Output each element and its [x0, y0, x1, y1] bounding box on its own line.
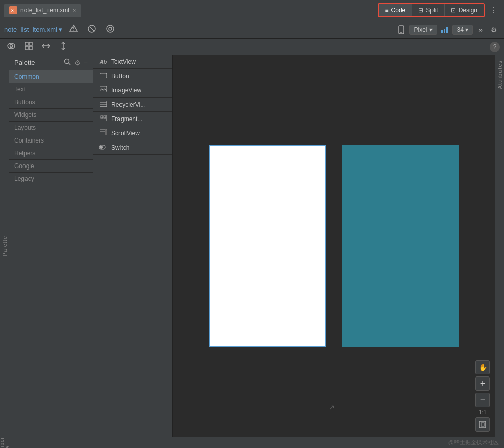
sidebar-item-google-label: Google [14, 162, 34, 170]
fit-screen-button[interactable] [475, 417, 490, 432]
sidebar-item-containers[interactable]: Containers [9, 134, 93, 147]
sidebar-item-text[interactable]: Text [9, 83, 93, 96]
widget-item-textview-label: TextView [111, 58, 136, 65]
sidebar-item-buttons-label: Buttons [14, 99, 35, 106]
widget-item-textview[interactable]: Ab TextView [93, 55, 172, 69]
zoom-level-label: 1:1 [478, 409, 486, 415]
design-view-button[interactable]: ⊡ Design [445, 4, 484, 16]
widget-item-button-label: Button [111, 73, 129, 80]
imageview-icon [99, 86, 108, 94]
palette-search-icon[interactable] [64, 58, 71, 67]
recyclerview-icon [99, 101, 108, 108]
main-toolbar: note_list_item.xml ▾ Pixel ▾ [0, 20, 504, 39]
sidebar-item-layouts[interactable]: Layouts [9, 122, 93, 134]
design-view-label: Design [459, 7, 477, 14]
button-icon [99, 72, 108, 80]
help-icon[interactable]: ? [490, 42, 500, 52]
api-dropdown: ▾ [465, 26, 468, 33]
palette-sidebar-label: Palette [0, 55, 9, 437]
bottom-area: Component Tree @稀土掘金技术社区 [0, 437, 504, 448]
palette-header-icons: ⚙ − [64, 58, 88, 67]
widget-items-panel: Ab TextView Button ImageView [93, 55, 173, 437]
toolbar-icon-btn-1[interactable] [66, 22, 81, 36]
svg-line-6 [90, 27, 94, 31]
palette-label-text: Palette [2, 235, 8, 256]
palette-minimize-icon[interactable]: − [84, 59, 88, 67]
toolbar-filename[interactable]: note_list_item.xml ▾ [4, 26, 62, 33]
widget-item-button[interactable]: Button [93, 69, 172, 83]
zoom-in-button[interactable]: + [475, 376, 490, 391]
palette-settings-icon[interactable]: ⚙ [74, 59, 81, 67]
widget-item-imageview-label: ImageView [111, 87, 141, 94]
sidebar-item-text-label: Text [14, 86, 26, 93]
pixel-dropdown-icon: ▾ [429, 26, 433, 33]
title-bar-right: ≡ Code ⊟ Split ⊡ Design ⋮ [378, 3, 500, 17]
sidebar-item-buttons[interactable]: Buttons [9, 96, 93, 109]
widget-item-scrollview-label: ScrollView [111, 130, 140, 137]
scrollview-icon [99, 129, 108, 137]
toolbar-filename-dropdown[interactable]: ▾ [59, 26, 62, 33]
svg-point-14 [8, 43, 15, 49]
sidebar-item-common[interactable]: Common [9, 70, 93, 83]
api-badge[interactable]: 34 ▾ [452, 25, 473, 35]
more-toolbar-icon[interactable]: » [476, 24, 485, 35]
svg-point-22 [64, 59, 69, 64]
svg-rect-19 [29, 46, 32, 50]
palette-title: Palette [14, 59, 35, 66]
code-view-button[interactable]: ≡ Code [379, 4, 413, 16]
view-buttons-group: ≡ Code ⊟ Split ⊡ Design [378, 3, 485, 17]
svg-rect-17 [29, 42, 32, 45]
signal-icon [440, 25, 449, 34]
sidebar-item-widgets[interactable]: Widgets [9, 109, 93, 122]
split-view-icon: ⊟ [418, 7, 423, 14]
svg-rect-18 [25, 46, 28, 50]
svg-point-37 [100, 146, 103, 149]
file-tab[interactable]: X note_list_item.xml × [4, 4, 81, 17]
svg-rect-13 [446, 27, 448, 33]
attributes-label-text: Attributes [497, 60, 503, 89]
sidebar-item-helpers-label: Helpers [14, 150, 35, 157]
horizontal-arrows-button[interactable] [39, 40, 53, 53]
svg-point-4 [73, 30, 74, 31]
widget-item-switch[interactable]: Switch [93, 140, 172, 155]
toolbar-right: Pixel ▾ 34 ▾ » ⚙ [397, 24, 500, 35]
component-tree-label-text: Component Tree [0, 437, 10, 448]
code-view-icon: ≡ [385, 7, 389, 14]
sidebar-item-widgets-label: Widgets [14, 111, 36, 119]
widget-item-fragment[interactable]: Fragment... [93, 112, 172, 126]
eye-toggle-button[interactable] [4, 40, 18, 53]
toolbar-icon-btn-2[interactable] [85, 22, 99, 36]
svg-rect-39 [481, 423, 484, 426]
sidebar-item-google[interactable]: Google [9, 160, 93, 173]
pixel-selector[interactable]: Pixel ▾ [409, 25, 437, 35]
canvas-inner [209, 145, 459, 347]
textview-icon: Ab [99, 59, 108, 65]
switch-icon [99, 144, 108, 151]
attributes-sidebar-label: Attributes [495, 55, 504, 437]
sidebar-item-legacy-label: Legacy [14, 175, 34, 182]
widget-item-switch-label: Switch [111, 144, 129, 151]
tab-close-button[interactable]: × [73, 7, 76, 13]
toolbar-icon-btn-3[interactable] [103, 22, 117, 36]
more-options-icon[interactable]: ⋮ [488, 5, 500, 15]
widget-item-imageview[interactable]: ImageView [93, 83, 172, 98]
widget-item-scrollview[interactable]: ScrollView [93, 126, 172, 140]
sidebar-item-common-label: Common [14, 73, 39, 80]
zoom-out-button[interactable]: − [475, 393, 490, 407]
file-tab-name: note_list_item.xml [20, 7, 69, 14]
api-label: 34 [457, 26, 464, 33]
secondary-toolbar: ? [0, 39, 504, 55]
sidebar-item-helpers[interactable]: Helpers [9, 147, 93, 160]
resize-handle-icon: ↗ [329, 403, 335, 411]
vertical-arrows-button[interactable] [56, 40, 70, 53]
sidebar-item-legacy[interactable]: Legacy [9, 173, 93, 185]
grid-toggle-button[interactable] [21, 40, 36, 53]
split-view-button[interactable]: ⊟ Split [412, 4, 444, 16]
zoom-controls: ✋ + − 1:1 [475, 360, 490, 432]
widget-item-recyclerview[interactable]: RecyclerVi... [93, 98, 172, 112]
svg-line-23 [68, 63, 70, 65]
light-phone-frame [209, 145, 326, 347]
sidebar-item-containers-label: Containers [14, 137, 44, 144]
settings-toolbar-icon[interactable]: ⚙ [488, 24, 500, 35]
pan-tool-button[interactable]: ✋ [475, 360, 490, 374]
